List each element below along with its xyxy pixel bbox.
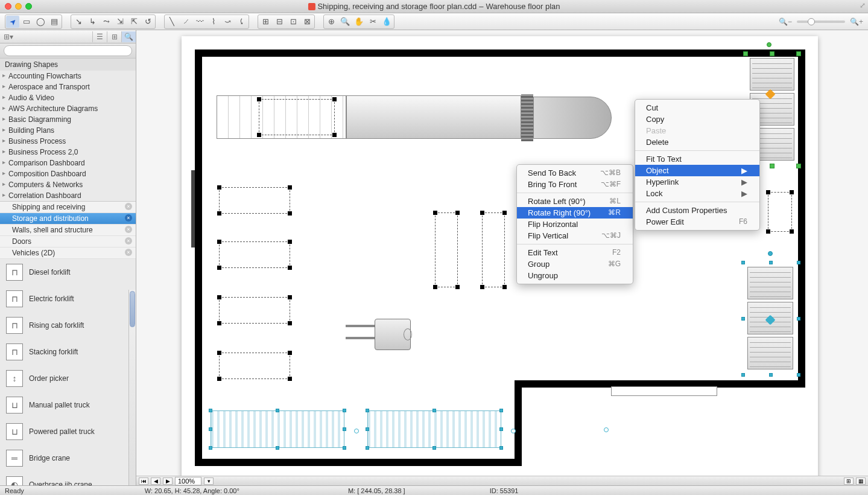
- connection-point[interactable]: [354, 429, 359, 433]
- zoom-in-icon[interactable]: 🔍+: [850, 18, 863, 26]
- crop-tool-button[interactable]: ✂: [366, 16, 379, 28]
- close-icon[interactable]: ×: [125, 226, 132, 233]
- selection-rect[interactable]: [219, 241, 290, 268]
- library-item[interactable]: Shipping and receiving×: [0, 202, 136, 213]
- shape-thumbnail[interactable]: ⊓Stacking forklift: [0, 339, 136, 365]
- zoom-select-button[interactable]: 🔍: [338, 16, 352, 28]
- category-item[interactable]: Comparison Dashboard: [0, 158, 136, 168]
- search-view-button[interactable]: 🔍: [121, 31, 136, 42]
- list-view-button[interactable]: ☰: [92, 31, 107, 42]
- zoom-out-icon[interactable]: 🔍−: [779, 18, 792, 26]
- category-item[interactable]: Accounting Flowcharts: [0, 71, 136, 81]
- category-item[interactable]: Building Plans: [0, 125, 136, 136]
- selection-rect[interactable]: [482, 212, 505, 287]
- connector-tool-2[interactable]: ↳: [86, 16, 99, 28]
- zoom-dropdown-button[interactable]: ▾: [204, 477, 214, 485]
- selection-rect[interactable]: [259, 99, 335, 135]
- pan-tool-button[interactable]: ✋: [352, 16, 366, 28]
- menu-delete[interactable]: Delete: [635, 136, 759, 148]
- menu-flip-horizontal[interactable]: Flip Horizontal: [517, 219, 633, 230]
- grid-view-button[interactable]: ⊞: [107, 31, 121, 42]
- menu-ungroup[interactable]: Ungroup: [517, 270, 633, 281]
- shape-thumbnail[interactable]: ⊔Powered pallet truck: [0, 418, 136, 445]
- library-item[interactable]: Vehicles (2D)×: [0, 248, 136, 259]
- crane-shape[interactable]: [211, 410, 344, 448]
- connector-tool-4[interactable]: ⇲: [113, 16, 127, 28]
- category-item[interactable]: Business Process: [0, 136, 136, 147]
- menu-copy[interactable]: Copy: [635, 113, 759, 125]
- menu-hyperlink[interactable]: Hyperlink▶: [635, 176, 759, 188]
- connector-tool-1[interactable]: ↘: [72, 16, 85, 28]
- menu-bring-to-front[interactable]: Bring To Front⌥⌘F: [517, 179, 633, 190]
- align-tool-4[interactable]: ⊠: [300, 16, 314, 28]
- category-item[interactable]: Correlation Dashboard: [0, 190, 136, 201]
- pointer-tool-button[interactable]: [6, 16, 19, 28]
- line-tool-4[interactable]: ⌇: [207, 16, 220, 28]
- align-tool-2[interactable]: ⊟: [273, 16, 286, 28]
- zoom-slider[interactable]: [797, 21, 845, 23]
- library-item[interactable]: Doors×: [0, 236, 136, 248]
- page-next-button[interactable]: ▶: [163, 477, 173, 485]
- connector-tool-5[interactable]: ⇱: [127, 16, 141, 28]
- rack-group[interactable]: [744, 263, 798, 374]
- rect-tool-button[interactable]: ▭: [20, 16, 33, 28]
- menu-edit-text[interactable]: Edit TextF2: [517, 247, 633, 258]
- menu-lock[interactable]: Lock▶: [635, 188, 759, 199]
- shape-thumbnail[interactable]: ⊓Electric forklift: [0, 286, 136, 312]
- category-item[interactable]: Business Process 2,0: [0, 147, 136, 158]
- shape-thumbnail[interactable]: ◐Overbrace jib crane: [0, 471, 136, 485]
- menu-cut[interactable]: Cut: [635, 102, 759, 113]
- menu-group[interactable]: Group⌘G: [517, 258, 633, 270]
- category-item[interactable]: Computers & Networks: [0, 179, 136, 190]
- menu-rotate-left[interactable]: Rotate Left (90°)⌘L: [517, 196, 633, 207]
- menu-object[interactable]: Object▶: [635, 165, 759, 176]
- align-tool-3[interactable]: ⊡: [287, 16, 300, 28]
- selection-rect[interactable]: [219, 353, 290, 379]
- connector-tool-6[interactable]: ↺: [141, 16, 154, 28]
- view-presentation-icon[interactable]: ▦: [856, 477, 866, 485]
- shape-thumbnail[interactable]: ⊓Rising cab forklift: [0, 312, 136, 339]
- close-icon[interactable]: ×: [125, 249, 132, 256]
- category-item[interactable]: AWS Architecture Diagrams: [0, 103, 136, 114]
- page-first-button[interactable]: ⏮: [139, 477, 148, 485]
- ellipse-tool-button[interactable]: ◯: [34, 16, 47, 28]
- selection-rect[interactable]: [219, 187, 290, 214]
- menu-rotate-right[interactable]: Rotate Right (90°)⌘R: [517, 207, 633, 219]
- forklift-shape[interactable]: [346, 314, 418, 356]
- close-icon[interactable]: ×: [125, 203, 132, 210]
- connector-tool-3[interactable]: ⤳: [100, 16, 113, 28]
- category-item[interactable]: Aerospace and Transport: [0, 81, 136, 92]
- menu-send-to-back[interactable]: Send To Back⌥⌘B: [517, 167, 633, 179]
- library-search-input[interactable]: [4, 45, 132, 56]
- close-icon[interactable]: ×: [125, 237, 132, 244]
- line-tool-1[interactable]: ╲: [165, 16, 179, 28]
- minimize-window-button[interactable]: [15, 3, 22, 10]
- connection-point[interactable]: [604, 427, 609, 432]
- shape-thumbnail[interactable]: ⊓Diesel forklift: [0, 259, 136, 286]
- eyedrop-tool-button[interactable]: 💧: [380, 16, 393, 28]
- category-item[interactable]: Basic Diagramming: [0, 114, 136, 125]
- crane-shape[interactable]: [367, 410, 501, 448]
- zoom-fit-button[interactable]: ⊕: [325, 16, 338, 28]
- library-item[interactable]: Storage and distribution×: [0, 213, 136, 225]
- category-item[interactable]: Composition Dashboard: [0, 168, 136, 179]
- shape-thumbnail[interactable]: ═Bridge crane: [0, 445, 136, 471]
- category-item[interactable]: Audio & Video: [0, 92, 136, 103]
- zoom-field[interactable]: [175, 477, 201, 485]
- connection-point[interactable]: [511, 429, 516, 433]
- library-item[interactable]: Walls, shell and structure×: [0, 225, 136, 236]
- menu-flip-vertical[interactable]: Flip Vertical⌥⌘J: [517, 230, 633, 241]
- view-grid-icon[interactable]: ⊞: [844, 477, 854, 485]
- close-window-button[interactable]: [5, 3, 11, 10]
- library-scrollbar[interactable]: [128, 290, 136, 485]
- menu-power-edit[interactable]: Power EditF6: [635, 216, 759, 228]
- line-tool-6[interactable]: ⤹: [235, 16, 248, 28]
- maximize-window-button[interactable]: [25, 3, 32, 10]
- tree-view-button[interactable]: ⊞▾: [0, 33, 17, 41]
- line-tool-2[interactable]: ⟋: [179, 16, 192, 28]
- menu-add-custom-props[interactable]: Add Custom Properties: [635, 205, 759, 216]
- page-prev-button[interactable]: ◀: [151, 477, 160, 485]
- line-tool-3[interactable]: 〰: [193, 16, 206, 28]
- shape-thumbnail[interactable]: ↕Order picker: [0, 365, 136, 392]
- selection-rect[interactable]: [435, 212, 458, 287]
